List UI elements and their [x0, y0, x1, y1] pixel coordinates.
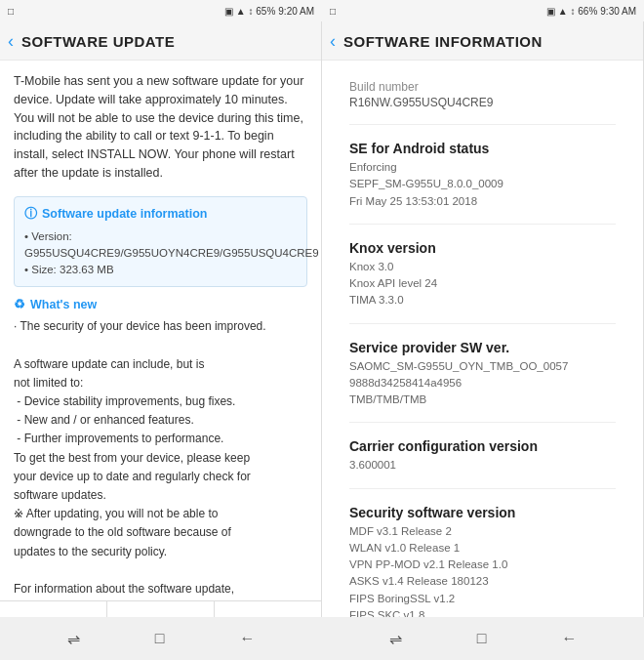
left-panel-content: T-Mobile has sent you a new software upd…	[0, 61, 321, 600]
whats-new-section: ♻ What's new · The security of your devi…	[14, 297, 307, 599]
right-nav: ⇌ □ ←	[322, 617, 644, 660]
software-info-content: Build number R16NW.G955USQU4CRE9 SE for …	[336, 72, 629, 660]
se-android-item: SE for Android status EnforcingSEPF_SM-G…	[349, 141, 616, 225]
right-panel-header: ‹ SOFTWARE INFORMATION	[322, 21, 643, 61]
info-title: ⓘ Software update information	[24, 205, 297, 223]
knox-version-label: Knox version	[349, 240, 616, 256]
build-number-value: R16NW.G955USQU4CRE9	[349, 96, 616, 109]
software-update-info-section: ⓘ Software update information • Version:…	[14, 196, 307, 288]
left-panel-title: SOFTWARE UPDATE	[21, 33, 175, 50]
right-back-button[interactable]: ‹	[330, 31, 336, 52]
software-update-panel: ‹ SOFTWARE UPDATE T-Mobile has sent you …	[0, 0, 322, 660]
se-android-label: SE for Android status	[349, 141, 616, 156]
device-icon-right: □	[330, 6, 336, 17]
carrier-config-item: Carrier configuration version 3.600001	[349, 438, 616, 488]
version-line: • Version: G955USQU4CRE9/G955UOYN4CRE9/G…	[24, 228, 297, 263]
time-right: 9:30 AM	[600, 6, 636, 17]
navigation-bar: ⇌ □ ← ⇌ □ ←	[0, 617, 644, 660]
signal-icons-right: ▣ ▲ ↕ 66%	[546, 6, 597, 17]
security-software-label: Security software version	[349, 505, 616, 520]
knox-version-value: Knox 3.0Knox API level 24TIMA 3.3.0	[349, 259, 616, 309]
info-title-text: Software update information	[42, 207, 207, 221]
info-icon: ⓘ	[24, 205, 37, 223]
status-bar-right-right: ▣ ▲ ↕ 66% 9:30 AM	[546, 6, 636, 17]
right-panel-content: Build number R16NW.G955USQU4CRE9 SE for …	[322, 61, 643, 660]
right-panel-title: SOFTWARE INFORMATION	[343, 33, 543, 50]
left-panel-header: ‹ SOFTWARE UPDATE	[0, 21, 321, 61]
left-back-button[interactable]: ‹	[8, 31, 14, 52]
service-provider-label: Service provider SW ver.	[349, 340, 616, 355]
back-button-left[interactable]: ←	[239, 630, 255, 647]
home-button[interactable]: □	[155, 630, 165, 647]
status-bar-left: □	[8, 6, 14, 17]
main-description: T-Mobile has sent you a new software upd…	[14, 72, 307, 183]
build-number-label: Build number	[349, 80, 616, 94]
se-android-value: EnforcingSEPF_SM-G955U_8.0.0_0009Fri May…	[349, 159, 616, 210]
whats-new-icon: ♻	[14, 297, 25, 311]
size-line: • Size: 323.63 MB	[24, 262, 297, 278]
signal-icons: ▣ ▲ ↕ 65%	[224, 6, 275, 17]
device-icon: □	[8, 6, 14, 17]
recent-apps-button[interactable]: ⇌	[67, 630, 80, 648]
knox-version-item: Knox version Knox 3.0Knox API level 24TI…	[349, 240, 616, 324]
build-number-item: Build number R16NW.G955USQU4CRE9	[349, 80, 616, 125]
status-bar-right: ▣ ▲ ↕ 65% 9:20 AM	[224, 6, 314, 17]
carrier-config-label: Carrier configuration version	[349, 438, 616, 454]
time-left: 9:20 AM	[278, 6, 314, 17]
left-nav: ⇌ □ ←	[0, 617, 322, 660]
status-bar-right-left: □	[330, 6, 336, 17]
back-button-right[interactable]: ←	[561, 630, 577, 647]
whats-new-title-text: What's new	[30, 298, 97, 311]
service-provider-item: Service provider SW ver. SAOMC_SM-G955U_…	[349, 340, 616, 424]
whats-new-title: ♻ What's new	[14, 297, 307, 311]
whats-new-content: · The security of your device has been i…	[14, 317, 307, 599]
info-content: • Version: G955USQU4CRE9/G955UOYN4CRE9/G…	[24, 228, 297, 279]
carrier-config-value: 3.600001	[349, 457, 616, 474]
service-provider-value: SAOMC_SM-G955U_OYN_TMB_OO_00579888d34258…	[349, 358, 616, 409]
recent-apps-button-right[interactable]: ⇌	[389, 630, 402, 648]
home-button-right[interactable]: □	[477, 630, 487, 647]
software-information-panel: ‹ SOFTWARE INFORMATION Build number R16N…	[322, 0, 644, 660]
